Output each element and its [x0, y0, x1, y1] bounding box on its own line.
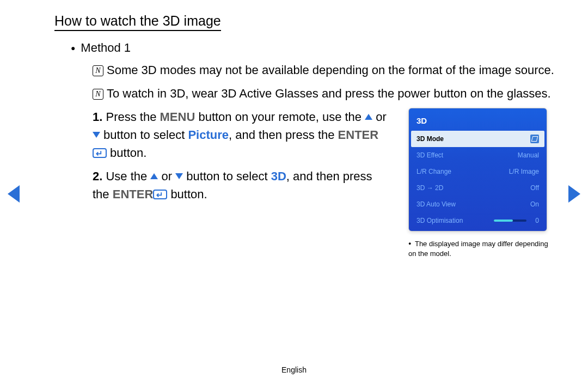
notes-block: NSome 3D modes may not be available depe… — [93, 61, 555, 102]
next-page-arrow[interactable] — [568, 185, 580, 203]
enter-keyword: ENTER — [338, 128, 379, 142]
page-title: How to watch the 3D image — [54, 13, 221, 31]
step-1: 1. Press the MENU button on your remote,… — [93, 108, 387, 162]
enter-icon — [153, 190, 167, 199]
step-1-text-d: , and then press the — [229, 128, 338, 142]
panel-row-label: 3D → 2D — [416, 183, 443, 193]
prev-page-arrow[interactable] — [8, 185, 20, 203]
panel-row-label: 3D Optimisation — [416, 216, 463, 225]
tv-menu-panel: 3D 3D Mode 3D Effect Manual L/R Change L… — [408, 108, 547, 231]
panel-row-3d-auto-view: 3D Auto View On — [411, 196, 544, 212]
panel-row-3d-optimisation: 3D Optimisation 0 — [411, 212, 544, 229]
enter-keyword: ENTER — [113, 187, 154, 201]
picture-keyword: Picture — [188, 128, 229, 142]
3d-keyword: 3D — [271, 169, 286, 183]
note-1: NSome 3D modes may not be available depe… — [93, 61, 555, 79]
step-1-text-e: button. — [107, 146, 146, 160]
panel-row-lr-change: L/R Change L/R Image — [411, 163, 544, 180]
panel-row-3d-mode: 3D Mode — [411, 131, 544, 147]
panel-caption: The displayed image may differ depending… — [408, 239, 555, 259]
step-2-text-b: button to select — [183, 169, 271, 183]
method-heading: Method 1 — [71, 39, 555, 57]
steps-list: 1. Press the MENU button on your remote,… — [93, 108, 387, 203]
panel-row-label: 3D Auto View — [416, 199, 456, 209]
note-1-text: Some 3D modes may not be available depen… — [107, 63, 554, 77]
page-footer-language: English — [0, 365, 588, 374]
step-2-or: or — [158, 169, 175, 183]
step-2-number: 2. — [93, 169, 102, 183]
panel-row-value: Manual — [518, 150, 539, 160]
panel-row-3d-effect: 3D Effect Manual — [411, 147, 544, 163]
optimisation-slider — [494, 220, 526, 222]
step-1-or: or — [372, 110, 387, 124]
step-1-number: 1. — [93, 110, 102, 124]
3d-mode-icon — [530, 135, 539, 143]
note-icon: N — [93, 65, 103, 76]
panel-row-3d-to-2d: 3D → 2D Off — [411, 180, 544, 196]
note-icon: N — [93, 89, 103, 100]
down-arrow-icon — [93, 132, 100, 138]
panel-row-label: 3D Effect — [416, 150, 443, 160]
note-2-text: To watch in 3D, wear 3D Active Glasses a… — [107, 87, 551, 100]
step-2-text-d: button. — [167, 187, 207, 201]
panel-row-label: 3D Mode — [416, 134, 444, 144]
step-1-text-c: button to select — [100, 128, 188, 142]
panel-title: 3D — [411, 111, 544, 131]
up-arrow-icon — [365, 114, 372, 120]
panel-row-value: Off — [530, 183, 539, 193]
enter-icon — [93, 148, 107, 158]
up-arrow-icon — [150, 173, 158, 179]
step-2: 2. Use the or button to select 3D, and t… — [93, 167, 387, 203]
panel-row-value: L/R Image — [509, 167, 539, 176]
content: Method 1 NSome 3D modes may not be avail… — [54, 39, 555, 259]
note-2: NTo watch in 3D, wear 3D Active Glasses … — [93, 84, 555, 102]
step-1-text-b: button on your remote, use the — [195, 110, 365, 124]
down-arrow-icon — [175, 173, 183, 179]
panel-row-value: 0 — [535, 216, 539, 225]
panel-row-label: L/R Change — [416, 167, 451, 176]
menu-keyword: MENU — [160, 110, 195, 124]
step-2-text-a: Use the — [106, 169, 150, 183]
step-1-text-a: Press the — [106, 110, 160, 124]
panel-row-value: On — [530, 199, 539, 209]
